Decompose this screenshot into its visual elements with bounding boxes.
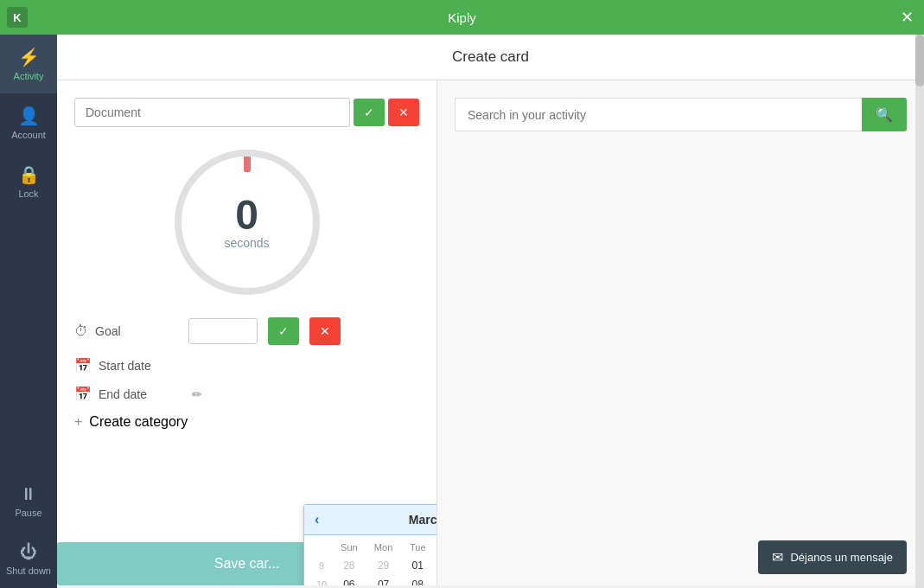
sidebar-item-shutdown[interactable]: ⏻ Shut down [6,530,51,588]
document-cancel-button[interactable]: ✕ [388,99,419,126]
cal-cell[interactable]: 29 [366,556,401,575]
close-button[interactable]: ✕ [901,8,914,27]
calendar-prev-button[interactable]: ‹ [315,512,319,527]
calendar-day-headers: Sun Mon Tue Wed Thu Fri Sat [311,542,437,556]
start-date-row: 📅 Start date [74,357,419,374]
timer-container: 0 seconds [74,144,419,300]
cal-cell[interactable]: 06 [332,575,366,585]
shutdown-icon: ⏻ [20,542,37,562]
calendar-grid: Sun Mon Tue Wed Thu Fri Sat 9 28 29 [304,535,437,585]
search-row: 🔍 [455,98,907,131]
title-bar: K Kiply ✕ [0,0,924,35]
calendar-month-title: March 2016 [409,513,437,527]
activity-icon: ⚡ [18,47,40,67]
create-category-label: Create category [89,414,188,430]
calendar-end-icon: 📅 [74,386,92,402]
scrollbar[interactable] [915,35,924,588]
search-input[interactable] [455,98,862,131]
document-input-row: ✓ ✕ [74,98,419,127]
timer-center: 0 seconds [224,195,269,250]
sidebar-item-pause[interactable]: ⏸ Pause [6,472,51,530]
cal-cell[interactable]: 28 [332,556,366,575]
cal-cell[interactable]: 02 [435,556,437,575]
timer-unit: seconds [224,236,269,250]
edit-icon[interactable]: ✏ [192,387,202,401]
cal-cell[interactable]: 09 [435,575,437,585]
day-header-sun: Sun [332,542,366,553]
scrollbar-thumb[interactable] [915,35,924,86]
timer-circle: 0 seconds [169,144,325,300]
sidebar-item-account-label: Account [11,130,46,140]
inner-layout: ✓ ✕ 0 seconds [57,80,924,585]
pause-icon: ⏸ [20,484,37,504]
start-date-label: Start date [99,359,185,373]
create-category-row[interactable]: + Create category [74,414,419,430]
account-icon: 👤 [18,105,40,126]
sidebar-item-activity[interactable]: ⚡ Activity [0,35,57,93]
sidebar-item-account[interactable]: 👤 Account [0,93,57,152]
calendar-week-10: 10 06 07 08 09 10 11 12 [311,575,437,585]
sidebar-item-pause-label: Pause [15,508,41,518]
document-confirm-button[interactable]: ✓ [354,99,385,126]
goal-confirm-button[interactable]: ✓ [268,317,299,345]
day-header-mon: Mon [366,542,401,553]
calendar-start-icon: 📅 [74,357,92,374]
goal-cancel-button[interactable]: ✕ [309,317,341,345]
calendar-week-9: 9 28 29 01 02 03 04 05 [311,556,437,575]
end-date-row: 📅 End date ✏ [74,386,419,402]
goal-label: Goal [95,324,182,338]
calendar-header: ‹ March 2016 › [304,505,437,535]
end-date-label: End date [99,387,185,401]
app-title: Kiply [448,10,476,25]
document-input[interactable] [74,98,350,127]
plus-icon: + [74,414,82,430]
page-title: Create card [452,48,529,65]
week-num-9: 9 [311,557,332,574]
cal-cell[interactable]: 08 [400,575,435,585]
left-panel: ✓ ✕ 0 seconds [57,80,437,585]
chat-button-label: Déjanos un mensaje [790,551,893,564]
sidebar-item-shutdown-label: Shut down [6,566,51,576]
week-num-10: 10 [311,576,332,585]
day-header-tue: Tue [400,542,435,553]
goal-input[interactable]: 1 [188,318,258,344]
content-area: Create card ✓ ✕ [57,35,924,588]
sidebar-item-lock[interactable]: 🔒 Lock [0,152,57,211]
chat-button[interactable]: ✉ Déjanos un mensaje [758,540,907,574]
sidebar: ⚡ Activity 👤 Account 🔒 Lock ⏸ Pause ⏻ Sh… [0,35,57,588]
calendar-popup: ‹ March 2016 › Sun Mon Tue Wed Thu Fri [303,504,437,585]
sidebar-item-activity-label: Activity [14,71,44,81]
cal-cell[interactable]: 01 [400,556,435,575]
chat-icon: ✉ [772,549,783,566]
page-header: Create card [57,35,924,80]
day-header-wed: Wed [435,542,437,553]
main-container: ⚡ Activity 👤 Account 🔒 Lock ⏸ Pause ⏻ Sh… [0,35,924,588]
lock-icon: 🔒 [18,164,40,185]
timer-value: 0 [224,195,269,236]
sidebar-item-lock-label: Lock [18,189,38,199]
goal-icon: ⏱ [74,323,88,339]
app-logo: K [7,7,28,28]
goal-row: ⏱ Goal 1 ✓ ✕ [74,317,419,345]
right-panel: 🔍 [437,80,924,585]
sidebar-bottom: ⏸ Pause ⏻ Shut down [6,472,51,588]
cal-cell[interactable]: 07 [366,575,401,585]
search-button[interactable]: 🔍 [862,98,907,131]
